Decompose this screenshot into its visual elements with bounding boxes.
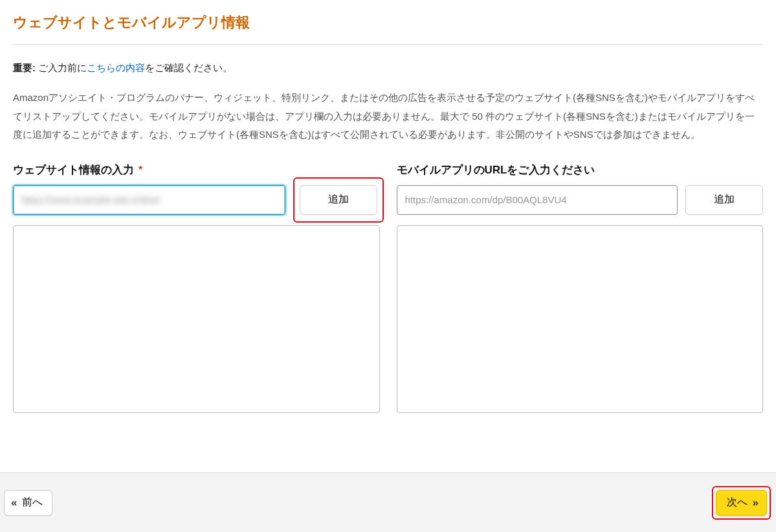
notice-line: 重要: ご入力前にこちらの内容をご確認ください。 (13, 60, 763, 76)
notice-prefix: 重要: (13, 62, 36, 73)
notice-after-link: をご確認ください。 (145, 62, 232, 73)
mobile-list[interactable] (397, 225, 764, 413)
website-url-input[interactable]: https://www.example-site.online/ (13, 185, 285, 215)
website-label-text: ウェブサイト情報の入力 (13, 164, 134, 176)
prev-button[interactable]: 前へ (4, 490, 52, 516)
mobile-url-input[interactable] (397, 185, 678, 215)
add-button-highlight: 追加 (293, 177, 384, 223)
next-button[interactable]: 次へ (716, 490, 767, 516)
website-url-value: https://www.example-site.online/ (21, 194, 160, 205)
website-label: ウェブサイト情報の入力 * (13, 162, 380, 177)
mobile-label: モバイルアプリのURLをご入力ください (397, 162, 764, 177)
description-text: Amazonアソシエイト・プログラムのバナー、ウィジェット、特別リンク、またはそ… (13, 89, 763, 144)
notice-before-link: ご入力前に (36, 62, 87, 73)
mobile-add-button[interactable]: 追加 (685, 185, 763, 215)
prev-label: 前へ (22, 496, 43, 509)
next-button-highlight: 次へ (712, 486, 771, 520)
next-label: 次へ (727, 496, 748, 509)
footer-bar: 前へ 次へ (0, 472, 776, 532)
website-add-button[interactable]: 追加 (300, 185, 377, 215)
website-list[interactable] (13, 225, 380, 413)
notice-link[interactable]: こちらの内容 (87, 62, 145, 73)
website-column: ウェブサイト情報の入力 * https://www.example-site.o… (13, 162, 380, 413)
mobile-column: モバイルアプリのURLをご入力ください 追加 (397, 162, 764, 413)
chevron-right-icon (753, 496, 759, 509)
chevron-left-icon (11, 496, 17, 509)
required-mark: * (139, 164, 143, 176)
page-title: ウェブサイトとモバイルアプリ情報 (13, 13, 763, 45)
